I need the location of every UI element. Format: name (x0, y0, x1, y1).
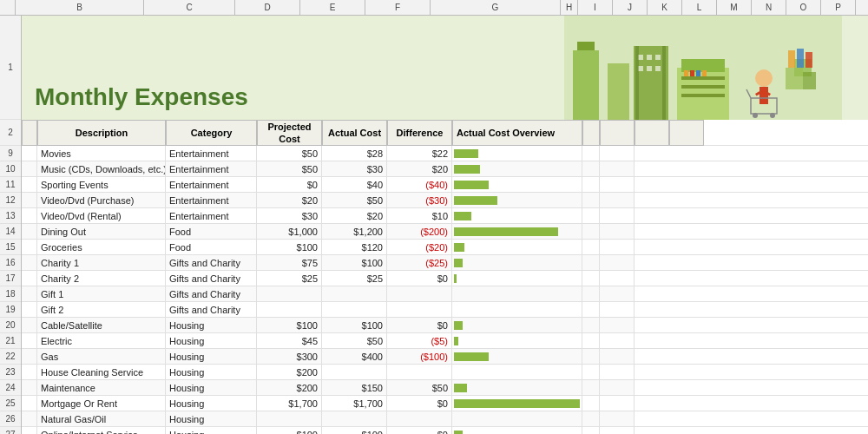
svg-rect-32 (803, 72, 816, 89)
svg-point-28 (753, 113, 758, 118)
cell-row-a (22, 255, 37, 270)
row-num-18: 18 (0, 286, 21, 302)
cell-i (600, 396, 635, 411)
table-row: Mortgage Or Rent Housing $1,700 $1,700 $… (22, 396, 868, 411)
row-num-26: 26 (0, 411, 21, 427)
cell-projected: $200 (257, 380, 322, 395)
row-num-14: 14 (0, 224, 21, 240)
cell-bar (452, 365, 582, 379)
row-num-23: 23 (0, 365, 21, 380)
cell-description: Charity 1 (37, 255, 166, 270)
cell-row-a (22, 271, 37, 286)
cell-description: Music (CDs, Downloads, etc.) (37, 161, 166, 176)
banner-row: Monthly Expenses (22, 16, 868, 120)
cell-bar (452, 286, 582, 301)
cell-actual: $50 (322, 193, 387, 207)
cell-projected (257, 286, 322, 301)
cell-actual: $28 (322, 146, 387, 161)
cell-row-a (22, 161, 37, 176)
cell-difference (387, 365, 452, 379)
cell-actual (322, 302, 387, 317)
cell-projected: $1,000 (257, 224, 322, 239)
header-overview: Actual Cost Overview (452, 120, 582, 146)
cell-bar (452, 380, 582, 395)
cell-actual (322, 365, 387, 379)
cell-category: Housing (166, 427, 257, 434)
cell-category: Food (166, 224, 257, 239)
col-header-i: I (578, 0, 613, 15)
spreadsheet: B C D E F G H I J K L M N O P 1 2 9 10 1… (0, 0, 868, 434)
cell-i (600, 427, 635, 434)
cell-i (600, 177, 635, 192)
header-row: Description Category ProjectedCost Actua… (22, 120, 868, 146)
svg-rect-23 (760, 87, 768, 104)
cell-bar (452, 333, 582, 348)
cell-h (582, 380, 600, 395)
col-header-g: G (431, 0, 561, 15)
cell-row-a (22, 318, 37, 332)
cell-bar (452, 427, 582, 434)
cell-actual: $50 (322, 333, 387, 348)
cell-description: Mortgage Or Rent (37, 396, 166, 411)
banner-title: Monthly Expenses (35, 83, 248, 111)
cell-i (600, 161, 635, 176)
cell-row-a (22, 208, 37, 223)
svg-rect-10 (655, 66, 661, 71)
cell-actual: $30 (322, 161, 387, 176)
table-row: Cable/Satellite Housing $100 $100 $0 (22, 318, 868, 333)
cell-category: Entertainment (166, 146, 257, 161)
header-actual: Actual Cost (322, 120, 387, 146)
cell-description: Sporting Events (37, 177, 166, 192)
table-row: Dining Out Food $1,000 $1,200 ($200) (22, 224, 868, 240)
cell-description: Video/Dvd (Rental) (37, 208, 166, 223)
row-num-11: 11 (0, 177, 21, 193)
svg-rect-17 (681, 94, 725, 97)
row-num-27: 27 (0, 427, 21, 434)
svg-rect-12 (662, 46, 666, 120)
cell-category: Housing (166, 365, 257, 379)
cell-h (582, 365, 600, 379)
cell-i (600, 224, 635, 239)
row-num-21: 21 (0, 333, 21, 349)
cell-difference: $10 (387, 208, 452, 223)
table-row: Charity 2 Gifts and Charity $25 $25 $0 (22, 271, 868, 286)
cell-h (582, 396, 600, 411)
col-header-e: E (300, 0, 365, 15)
cell-projected: $100 (257, 427, 322, 434)
cell-i (600, 411, 635, 426)
row-num-10: 10 (0, 161, 21, 177)
cell-description: Gas (37, 349, 166, 364)
cell-projected: $30 (257, 208, 322, 223)
cell-row-a (22, 193, 37, 207)
cell-i (600, 271, 635, 286)
cell-description: Natural Gas/Oil (37, 411, 166, 426)
cell-projected: $300 (257, 349, 322, 364)
cell-row-a (22, 177, 37, 192)
svg-rect-16 (681, 85, 725, 89)
cell-row-a (22, 333, 37, 348)
cell-description: Charity 2 (37, 271, 166, 286)
svg-rect-7 (655, 55, 661, 60)
cell-i (600, 302, 635, 317)
cell-h (582, 255, 600, 270)
cell-actual: $1,200 (322, 224, 387, 239)
cell-i (600, 380, 635, 395)
cell-difference: ($200) (387, 224, 452, 239)
cell-category: Entertainment (166, 208, 257, 223)
row-num-16: 16 (0, 255, 21, 271)
cell-description: Gift 2 (37, 302, 166, 317)
col-header-k: K (648, 0, 682, 15)
cell-projected: $0 (257, 177, 322, 192)
col-header-b: B (16, 0, 144, 15)
svg-rect-6 (647, 55, 652, 60)
table-row: Movies Entertainment $50 $28 $22 (22, 146, 868, 161)
cell-category: Gifts and Charity (166, 255, 257, 270)
cell-projected: $200 (257, 365, 322, 379)
table-row: Video/Dvd (Rental) Entertainment $30 $20… (22, 208, 868, 224)
cell-projected (257, 411, 322, 426)
cell-i (600, 318, 635, 332)
svg-rect-20 (696, 70, 700, 76)
cell-h (582, 427, 600, 434)
cell-difference: ($25) (387, 255, 452, 270)
svg-rect-15 (681, 76, 725, 80)
